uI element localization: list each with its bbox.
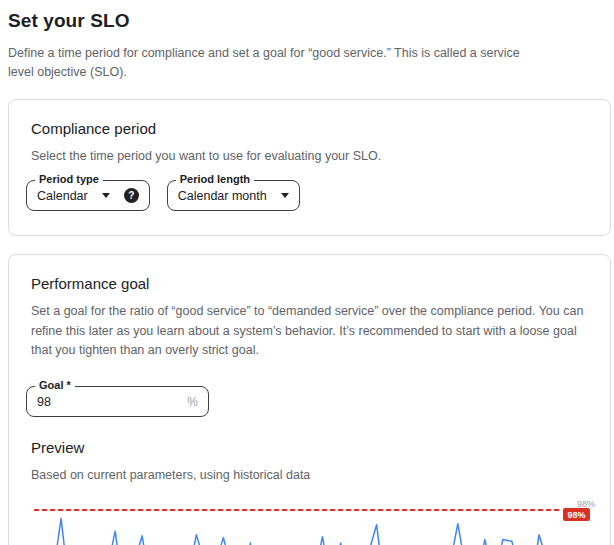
svg-text:98%: 98% (567, 509, 585, 519)
goal-field-label: Goal * (35, 379, 75, 391)
help-icon[interactable]: ? (124, 188, 139, 203)
period-length-value: Calendar month (178, 189, 267, 203)
chevron-down-icon[interactable] (281, 193, 289, 198)
slo-preview-chart: 7:50 PM8:00 PM8:10 PM8:20 PM8:30 PM8:40 … (31, 498, 588, 545)
compliance-fields-row: Period type Calendar ? Period length Cal… (26, 180, 588, 211)
goal-percent-suffix: % (187, 395, 198, 409)
slo-preview-chart-canvas: 7:50 PM8:00 PM8:10 PM8:20 PM8:30 PM8:40 … (17, 498, 613, 545)
compliance-period-card: Compliance period Select the time period… (8, 99, 611, 236)
period-length-label: Period length (176, 173, 254, 185)
compliance-period-heading: Compliance period (31, 120, 588, 137)
period-type-value: Calendar (37, 189, 88, 203)
goal-input[interactable] (37, 395, 157, 409)
svg-text:98%: 98% (577, 499, 595, 509)
preview-subtitle: Based on current parameters, using histo… (31, 466, 588, 485)
period-type-label: Period type (35, 173, 103, 185)
chevron-down-icon[interactable] (102, 193, 110, 198)
performance-goal-description: Set a goal for the ratio of “good servic… (31, 302, 588, 360)
page-title: Set your SLO (8, 10, 614, 32)
goal-field[interactable]: Goal * % (26, 386, 209, 417)
compliance-period-description: Select the time period you want to use f… (31, 147, 588, 166)
period-length-select[interactable]: Period length Calendar month (167, 180, 300, 211)
period-type-select[interactable]: Period type Calendar ? (26, 180, 150, 211)
page-intro-text: Define a time period for compliance and … (8, 44, 523, 83)
performance-goal-heading: Performance goal (31, 275, 588, 292)
preview-heading: Preview (31, 439, 588, 456)
performance-goal-card: Performance goal Set a goal for the rati… (8, 254, 611, 545)
